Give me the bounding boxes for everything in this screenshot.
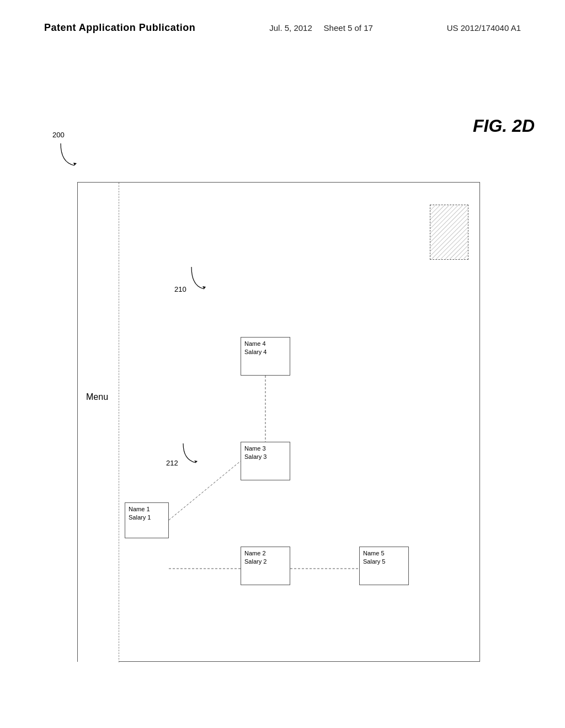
card-2-name: Name 2 (244, 549, 266, 558)
patent-title: Patent Application Publication (44, 22, 195, 34)
card-1-name: Name 1 (129, 505, 150, 513)
ref-200-label: 200 (52, 130, 80, 170)
card-5: Name 5 Salary 5 (359, 547, 409, 585)
card-4: Name 4 Salary 4 (241, 337, 290, 376)
ref-212-label: 212 (166, 441, 200, 468)
main-diagram: Menu 210 (77, 182, 480, 662)
card-3: Name 3 Salary 3 (241, 442, 290, 480)
card-3-salary: Salary 3 (244, 453, 266, 461)
card-5-name: Name 5 (363, 549, 385, 558)
page-header: Patent Application Publication Jul. 5, 2… (0, 22, 565, 34)
ref-200-arrow (58, 141, 80, 168)
ref-210-arrow (189, 264, 208, 292)
card-1-salary: Salary 1 (129, 513, 151, 522)
patent-number: US 2012/174040 A1 (447, 23, 521, 33)
left-panel: Menu (78, 183, 119, 662)
hatch-pattern (430, 205, 468, 259)
outer-box: Menu 210 (77, 182, 480, 662)
card-5-salary: Salary 5 (363, 558, 385, 566)
publication-date: Jul. 5, 2012 Sheet 5 of 17 (269, 23, 373, 33)
svg-rect-2 (430, 205, 468, 259)
hatched-box (430, 205, 468, 260)
card-2: Name 2 Salary 2 (241, 547, 290, 585)
ref-212-arrow (180, 441, 200, 465)
menu-label: Menu (86, 392, 108, 402)
svg-line-6 (169, 461, 241, 520)
connector-lines (78, 183, 481, 662)
figure-label: FIG. 2D (473, 116, 535, 136)
card-3-name: Name 3 (244, 445, 266, 453)
ref-210-label: 210 (174, 264, 208, 294)
card-2-salary: Salary 2 (244, 558, 266, 566)
card-4-salary: Salary 4 (244, 348, 266, 356)
card-1: Name 1 Salary 1 (125, 502, 169, 538)
card-4-name: Name 4 (244, 340, 266, 348)
